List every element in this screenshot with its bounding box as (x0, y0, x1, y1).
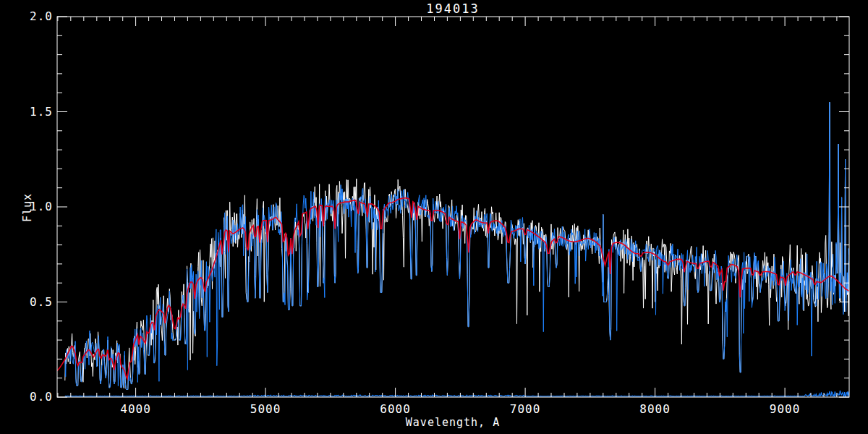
x-axis-label: Wavelength, A (406, 416, 500, 429)
x-tick-label: 9000 (770, 402, 801, 416)
y-tick-label: 0.0 (30, 390, 53, 404)
error-envelope-trace (65, 102, 849, 389)
y-axis-label: Flux (21, 193, 34, 222)
x-tick-label: 7000 (510, 402, 541, 416)
observed-spectrum-trace (65, 102, 849, 389)
sky-baseline-trace (65, 391, 849, 396)
plot-title: 194013 (426, 1, 479, 16)
y-tick-label: 1.5 (30, 105, 53, 119)
x-tick-label: 4000 (120, 402, 151, 416)
x-tick-label: 6000 (380, 402, 411, 416)
spectrum-plot-canvas: 4000500060007000800090000.00.51.01.52.0 (0, 0, 868, 434)
y-tick-label: 0.5 (30, 295, 53, 309)
spectrum-series-group (57, 102, 849, 396)
plot-border (57, 17, 849, 397)
x-tick-label: 5000 (250, 402, 281, 416)
x-tick-label: 8000 (639, 402, 671, 416)
spectrum-figure: 4000500060007000800090000.00.51.01.52.0 … (0, 0, 868, 434)
y-tick-label: 2.0 (30, 9, 53, 23)
